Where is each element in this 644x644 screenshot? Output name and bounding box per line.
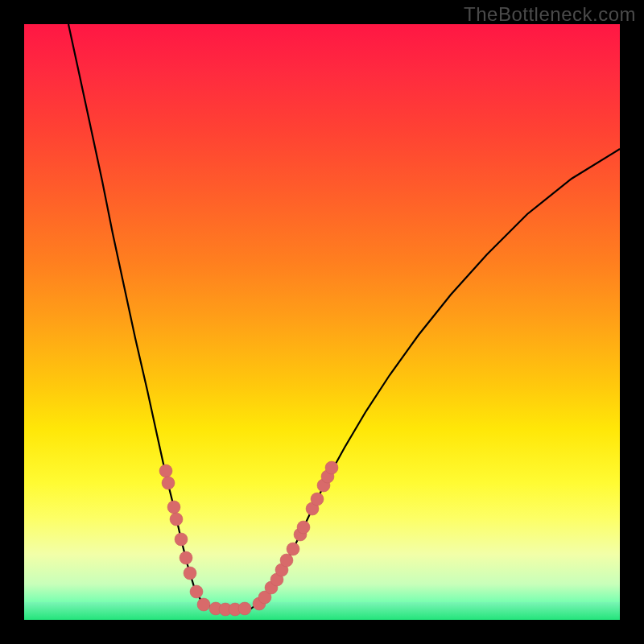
highlight-marker bbox=[162, 477, 175, 489]
left-highlight-markers bbox=[159, 464, 210, 611]
highlight-marker bbox=[170, 513, 183, 526]
chart-frame: TheBottleneck.com bbox=[0, 0, 644, 644]
left-curve bbox=[68, 24, 217, 609]
right-curve bbox=[251, 149, 620, 609]
plot-area bbox=[24, 24, 620, 620]
bottom-bead-markers bbox=[209, 602, 251, 616]
highlight-marker bbox=[325, 461, 338, 474]
highlight-marker bbox=[280, 554, 293, 567]
highlight-marker bbox=[167, 501, 180, 514]
highlight-marker bbox=[311, 493, 324, 506]
curve-layer bbox=[24, 24, 620, 620]
highlight-marker bbox=[175, 533, 188, 546]
highlight-marker bbox=[159, 464, 172, 477]
highlight-marker bbox=[297, 521, 310, 534]
watermark-text: TheBottleneck.com bbox=[464, 3, 636, 26]
highlight-marker bbox=[287, 543, 299, 555]
highlight-marker bbox=[180, 551, 192, 564]
right-highlight-markers bbox=[253, 461, 338, 610]
highlight-marker bbox=[190, 585, 203, 598]
highlight-marker bbox=[197, 598, 210, 611]
bead-marker bbox=[238, 602, 251, 615]
highlight-marker bbox=[184, 567, 196, 580]
